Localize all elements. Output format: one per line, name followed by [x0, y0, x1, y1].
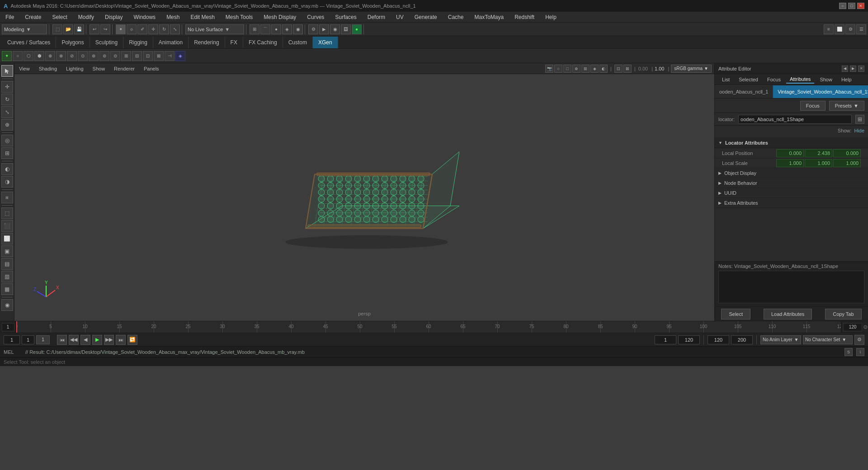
object-display-section[interactable]: ▶ Object Display: [715, 168, 868, 178]
menu-redshift[interactable]: Redshift: [513, 13, 536, 21]
locator-value-field[interactable]: ooden_Abacus_ncll_1Shape: [738, 115, 852, 124]
last-mode-btn[interactable]: ⊕: [1, 119, 13, 131]
vp-wire-btn[interactable]: ⊞: [581, 65, 590, 73]
vp-manip-btn[interactable]: ⊠: [623, 65, 632, 73]
tab-animation[interactable]: Animation: [153, 37, 189, 48]
left-tool-c[interactable]: ⬜: [1, 233, 13, 244]
ap-tab-attributes[interactable]: Attributes: [786, 75, 814, 84]
tool-settings-btn[interactable]: ⚙: [845, 24, 855, 34]
load-attributes-button[interactable]: Load Attributes: [764, 309, 812, 320]
redo-button[interactable]: ↪: [100, 24, 110, 34]
sculpt-btn[interactable]: ◐: [1, 163, 13, 175]
left-tool-b[interactable]: ⬛: [1, 220, 13, 232]
vp-menu-show[interactable]: Show: [91, 65, 107, 72]
no-live-surface-dropdown[interactable]: No Live Surface ▼: [185, 24, 244, 34]
local-scale-y[interactable]: 1.000: [805, 159, 832, 167]
menu-create[interactable]: Create: [23, 13, 43, 21]
left-tool-h[interactable]: ◉: [1, 299, 13, 311]
timeline-settings-btn[interactable]: ⚙: [863, 324, 868, 330]
node-behavior-section[interactable]: ▶ Node Behavior: [715, 178, 868, 188]
ap-tab-selected[interactable]: Selected: [735, 76, 762, 83]
close-button[interactable]: ✕: [857, 3, 864, 9]
status-info-btn[interactable]: i: [856, 348, 864, 356]
snap-surface-btn[interactable]: ◈: [282, 24, 292, 34]
xgen-tool-7[interactable]: ⊘: [67, 51, 77, 61]
vp-menu-lighting[interactable]: Lighting: [64, 65, 85, 72]
show-grid-btn[interactable]: ⊞: [1, 192, 13, 203]
menu-mesh[interactable]: Mesh: [165, 13, 181, 21]
vp-menu-shading[interactable]: Shading: [37, 65, 59, 72]
timeline-ruler[interactable]: 0510152025303540455055606570758085909510…: [16, 321, 841, 333]
node-tab-shape[interactable]: Vintage_Soviet_Wooden_Abacus_ncll_1Shape: [773, 85, 868, 98]
tab-custom[interactable]: Custom: [283, 37, 313, 48]
node-tab-ncll1[interactable]: ooden_Abacus_ncll_1: [715, 85, 773, 98]
frame-current-input[interactable]: [22, 335, 34, 344]
maximize-button[interactable]: □: [848, 3, 855, 9]
ap-tab-list[interactable]: List: [718, 76, 733, 83]
presets-button[interactable]: Presets ▼: [829, 101, 864, 111]
menu-edit-mesh[interactable]: Edit Mesh: [189, 13, 216, 21]
vp-cam-btn[interactable]: 📷: [545, 65, 553, 73]
save-scene-button[interactable]: 💾: [74, 24, 84, 34]
uuid-section[interactable]: ▶ UUID: [715, 188, 868, 198]
xgen-tool-3[interactable]: ⬡: [24, 51, 33, 61]
ipr-btn[interactable]: ◉: [330, 24, 340, 34]
soft-select-btn[interactable]: ◎: [1, 135, 13, 146]
select-tool-btn[interactable]: ✦: [116, 24, 126, 34]
xgen-tool-9[interactable]: ⊛: [89, 51, 99, 61]
tab-xgen[interactable]: XGen: [313, 37, 338, 48]
ap-tab-focus[interactable]: Focus: [764, 76, 784, 83]
outliner-btn[interactable]: ☰: [856, 24, 866, 34]
menu-mesh-tools[interactable]: Mesh Tools: [224, 13, 255, 21]
pb-loop-btn[interactable]: 🔁: [127, 335, 137, 345]
left-tool-a[interactable]: ⬚: [1, 207, 13, 219]
vp-isolate-btn[interactable]: ○: [554, 65, 562, 73]
pb-fwd-btn[interactable]: ▶▶: [104, 335, 114, 345]
extra-attrs-section[interactable]: ▶ Extra Attributes: [715, 198, 868, 208]
xgen-tool-14[interactable]: ⊡: [143, 51, 153, 61]
xgen-tool-16[interactable]: ⊣: [165, 51, 175, 61]
new-scene-button[interactable]: ⬚: [52, 24, 62, 34]
locator-attrs-section[interactable]: ▼ Locator Attributes: [715, 137, 868, 148]
xgen-tool-6[interactable]: ⊗: [56, 51, 66, 61]
snap-btn[interactable]: ⊞: [1, 147, 13, 159]
tab-rendering[interactable]: Rendering: [189, 37, 225, 48]
left-tool-e[interactable]: ▤: [1, 258, 13, 270]
xgen-tool-4[interactable]: ⬢: [34, 51, 44, 61]
tab-rigging[interactable]: Rigging: [123, 37, 153, 48]
menu-windows[interactable]: Windows: [132, 13, 157, 21]
tab-sculpting[interactable]: Sculpting: [90, 37, 123, 48]
menu-deform[interactable]: Deform: [366, 13, 387, 21]
menu-uv[interactable]: UV: [394, 13, 406, 21]
xgen-tool-13[interactable]: ⊟: [132, 51, 142, 61]
menu-cache[interactable]: Cache: [446, 13, 466, 21]
snap-curve-btn[interactable]: ⌒: [260, 24, 270, 34]
select-mode-btn[interactable]: [1, 65, 13, 77]
pb-play-btn[interactable]: ▶: [92, 335, 102, 345]
attr-panel-collapse-btn[interactable]: ◀: [842, 66, 848, 72]
timeline-end-input[interactable]: [843, 323, 862, 331]
attr-editor-btn[interactable]: ⬜: [835, 24, 844, 34]
menu-curves[interactable]: Curves: [305, 13, 326, 21]
timeline-start-input[interactable]: [2, 323, 14, 331]
menu-select[interactable]: Select: [50, 13, 69, 21]
vp-menu-renderer[interactable]: Renderer: [112, 65, 137, 72]
pb-back-btn[interactable]: ◀: [80, 335, 90, 345]
snap-grid-btn[interactable]: ⊞: [250, 24, 259, 34]
vp-smooth-btn[interactable]: ◈: [590, 65, 599, 73]
tab-polygons[interactable]: Polygons: [56, 37, 90, 48]
pb-go-start-btn[interactable]: ⏮: [57, 335, 67, 345]
character-set-dropdown[interactable]: No Character Set ▼: [803, 335, 853, 344]
ap-tab-show[interactable]: Show: [816, 76, 836, 83]
vp-select-all-btn[interactable]: ⊡: [614, 65, 623, 73]
focus-button[interactable]: Focus: [800, 101, 826, 111]
range-end2-input[interactable]: [708, 335, 729, 344]
xgen-tool-11[interactable]: ⊝: [110, 51, 120, 61]
xgen-tool-2[interactable]: ○: [13, 51, 23, 61]
hide-link[interactable]: Hide: [854, 128, 864, 133]
select-button[interactable]: Select: [721, 309, 750, 320]
frame-display-input[interactable]: [4, 335, 20, 344]
channel-box-btn[interactable]: ≡: [824, 24, 834, 34]
vp-xray-btn[interactable]: ⊕: [572, 65, 580, 73]
vp-menu-view[interactable]: View: [17, 65, 32, 72]
